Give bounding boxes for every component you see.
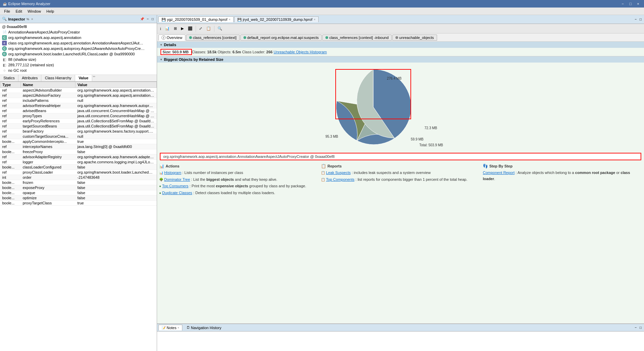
- cell-type: ref: [0, 154, 21, 160]
- toolbar-grid-btn[interactable]: ⊞: [172, 25, 179, 32]
- table-row[interactable]: refadvisorAdapterRegistryorg.springframe…: [0, 154, 157, 160]
- file-tab-1-close[interactable]: ×: [229, 18, 230, 21]
- table-row[interactable]: boole...proxyTargetClasstrue: [0, 201, 157, 206]
- details-content: Size: 503.9 MB Classes: 18.5k Objects: 6…: [157, 48, 644, 56]
- file-tab-2-close[interactable]: ×: [314, 18, 316, 21]
- menu-edit[interactable]: Edit: [13, 9, 25, 14]
- tab-value[interactable]: Value: [75, 75, 92, 81]
- content-area: ▼ Details Size: 503.9 MB Classes: 18.5k …: [157, 42, 644, 324]
- menu-help[interactable]: Help: [44, 9, 57, 14]
- inbound-dot: [325, 36, 328, 39]
- right-panel: 💾 ygz_202007091509_01_dump.hprof × 💾 jry…: [157, 15, 644, 351]
- unreachable-link[interactable]: Unreachable Objects Histogram: [274, 50, 327, 54]
- table-row[interactable]: refinterceptorNamesjava.lang.String[0] @…: [0, 144, 157, 149]
- domtree-link[interactable]: Dominator Tree: [164, 177, 190, 181]
- componentreport-link[interactable]: Component Report: [483, 171, 515, 175]
- toolbar-chart-btn[interactable]: 📊: [163, 25, 171, 32]
- tab-attributes[interactable]: Attributes: [18, 75, 41, 81]
- minimize-btn[interactable]: −: [619, 2, 626, 6]
- toolbar-run-btn[interactable]: ▶: [179, 25, 185, 32]
- table-row[interactable]: reftargetSourcedBeansjava.util.Collectio…: [0, 124, 157, 129]
- reports-title: Reports: [327, 164, 342, 168]
- table-row[interactable]: boole...opaquefalse: [0, 190, 157, 195]
- menu-file[interactable]: File: [1, 9, 13, 14]
- table-row[interactable]: boole...optimizefalse: [0, 195, 157, 201]
- table-row[interactable]: refadvisedBeansjava.util.concurrent.Conc…: [0, 108, 157, 113]
- notes-x[interactable]: ×: [178, 326, 179, 329]
- inspector-minimize-btn[interactable]: −: [146, 17, 150, 21]
- chart-total: Total: 503.9 MB: [419, 143, 443, 147]
- inspector-x-icon[interactable]: ×: [31, 17, 33, 21]
- topcomponents-link[interactable]: Top Components: [326, 177, 354, 181]
- chart-label-4: 59.9 MB: [411, 137, 424, 141]
- notes-maximize-btn[interactable]: □: [639, 325, 643, 330]
- overview-tab-inbound[interactable]: class_references [context] -inbound: [322, 35, 392, 41]
- cell-name: aspectJAdvisorsBuilder: [21, 88, 75, 93]
- notes-minimize-btn[interactable]: −: [634, 325, 638, 330]
- table-row[interactable]: refloggerorg.apache.commons.logging.impl…: [0, 160, 157, 165]
- inspector-actions: 📌 − □: [139, 17, 155, 21]
- toolbar-info-btn[interactable]: i: [158, 26, 163, 32]
- table-row[interactable]: refproxyClassLoaderorg.springframework.b…: [0, 170, 157, 175]
- topconsumers-link[interactable]: Top Consumers: [162, 184, 188, 188]
- table-row[interactable]: refbeanFactoryorg.springframework.beans.…: [0, 129, 157, 134]
- overview-tab-classref[interactable]: class_references [context]: [186, 35, 240, 41]
- table-row[interactable]: refincludePatternsnull: [0, 98, 157, 103]
- toolbar-search-btn[interactable]: 🔍: [216, 25, 224, 32]
- notes-content[interactable]: [157, 332, 644, 351]
- right-minimize-btn[interactable]: −: [634, 17, 638, 22]
- right-maximize-btn[interactable]: □: [639, 17, 643, 22]
- navhistory-tab[interactable]: 🗒 Navigation History: [184, 325, 224, 330]
- table-row[interactable]: boole...classLoaderConfiguredfalse: [0, 165, 157, 170]
- cell-type: ref: [0, 119, 21, 124]
- table-row[interactable]: refaspectJAdvisorFactoryorg.springframew…: [0, 93, 157, 98]
- notes-tab[interactable]: 📝 Notes ×: [158, 325, 182, 330]
- menu-window[interactable]: Window: [25, 9, 44, 14]
- action-item-2: 🌳 Dominator Tree : List the biggest obje…: [159, 177, 318, 183]
- table-row[interactable]: refadvisorRetrievalHelperorg.springframe…: [0, 103, 157, 108]
- biggest-triangle: ▼: [160, 58, 163, 61]
- toolbar-stop-btn[interactable]: ⬛: [186, 25, 194, 32]
- table-row[interactable]: refaspectJAdvisorsBuilderorg.springframe…: [0, 88, 157, 93]
- file-tab-2[interactable]: 💾 jryd_web_02_202007110939_dump.hprof ×: [234, 16, 319, 22]
- table-row[interactable]: boole...applyCommonIntercepto...true: [0, 139, 157, 144]
- cell-value: false: [75, 185, 157, 190]
- duplicateclasses-link[interactable]: Duplicate Classes: [162, 191, 192, 195]
- table-row[interactable]: boole...freezeProxyfalse: [0, 149, 157, 154]
- overview-tab-overview[interactable]: i Overview: [158, 35, 185, 41]
- file-tabs-bar: 💾 ygz_202007091509_01_dump.hprof × 💾 jry…: [157, 15, 644, 24]
- overview-tab-defaultreport[interactable]: default_report org.eclipse.mat.api:suspe…: [240, 35, 322, 41]
- leaksuspects-link[interactable]: Leak Suspects: [326, 171, 351, 175]
- tab-statics[interactable]: Statics: [0, 75, 18, 81]
- col-type: Type: [0, 82, 21, 88]
- details-header[interactable]: ▼ Details: [157, 42, 644, 48]
- overview-tab-label: Overview: [167, 36, 182, 40]
- notes-tabs: 📝 Notes × 🗒 Navigation History − □: [157, 324, 644, 332]
- toolbar-copy-btn[interactable]: 📋: [205, 25, 213, 32]
- table-row[interactable]: boole...frozenfalse: [0, 180, 157, 185]
- edit-icon: ✏: [93, 75, 96, 81]
- file-tab-1[interactable]: 💾 ygz_202007091509_01_dump.hprof ×: [158, 16, 234, 22]
- inspector-item-2: c class org.springframework.aop.aspectj.…: [2, 40, 155, 46]
- tab-class-hierarchy[interactable]: Class Hierarchy: [41, 75, 75, 81]
- table-row[interactable]: refearlyProxyReferencesjava.util.Collect…: [0, 119, 157, 124]
- overview-tab-unreachable[interactable]: unreachable_objects: [392, 35, 437, 41]
- biggest-objects-header[interactable]: ▼ Biggest Objects by Retained Size: [157, 56, 644, 63]
- histogram-link[interactable]: Histogram: [164, 171, 181, 175]
- maximize-btn[interactable]: □: [627, 2, 634, 6]
- table-row[interactable]: refcustomTargetSourceCrea...null: [0, 134, 157, 139]
- data-table-container[interactable]: Type Name Value refaspectJAdvisorsBuilde…: [0, 82, 157, 351]
- actions-title: Actions: [166, 164, 179, 168]
- inspector-panel: 🔍 Inspector % × 📌 − □ @ 0xaaa00ef8 📄 Ann…: [0, 15, 157, 351]
- table-row[interactable]: intorder-2147483648: [0, 175, 157, 180]
- cell-value: java.util.concurrent.ConcurrentHashMap @…: [75, 108, 157, 113]
- cell-type: ref: [0, 160, 21, 165]
- toolbar-expand-btn[interactable]: ⤢: [197, 25, 204, 32]
- inspector-maximize-btn[interactable]: □: [151, 17, 155, 21]
- inspector-pin-btn[interactable]: 📌: [139, 17, 145, 21]
- table-row[interactable]: boole...exposeProxyfalse: [0, 185, 157, 190]
- cell-name: advisedBeans: [21, 108, 75, 113]
- table-row[interactable]: refproxyTypesjava.util.concurrent.Concur…: [0, 113, 157, 119]
- close-btn[interactable]: ×: [635, 2, 641, 6]
- details-section: ▼ Details Size: 503.9 MB Classes: 18.5k …: [157, 42, 644, 56]
